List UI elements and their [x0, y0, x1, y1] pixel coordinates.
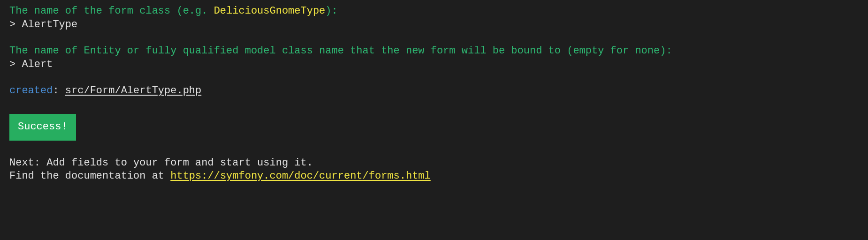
next-prefix: Next: [9, 157, 46, 169]
prompt-form-class: The name of the form class (e.g. Delicio… [9, 5, 859, 18]
input-prefix-1: > [9, 19, 22, 30]
prompt-text-after: ): [325, 5, 337, 17]
success-badge-container: Success! [9, 111, 859, 143]
input-entity-value[interactable]: Alert [22, 59, 53, 70]
spacer [9, 143, 859, 157]
input-prefix-2: > [9, 59, 22, 70]
next-line: Next: Add fields to your form and start … [9, 157, 859, 170]
docs-url[interactable]: https://symfony.com/doc/current/forms.ht… [170, 170, 431, 182]
docs-prefix: Find the documentation at [9, 170, 170, 182]
prompt-entity: The name of Entity or fully qualified mo… [9, 45, 859, 58]
prompt-text-before: The name of the form class (e.g. [9, 5, 214, 17]
created-line: created: src/Form/AlertType.php [9, 84, 859, 98]
created-path: src/Form/AlertType.php [65, 85, 201, 97]
prompt-example: DeliciousGnomeType [214, 5, 326, 17]
created-separator: : [53, 85, 65, 97]
docs-line: Find the documentation at https://symfon… [9, 170, 859, 183]
spacer [9, 98, 859, 111]
input-entity-line: > Alert [9, 58, 859, 72]
input-form-class-value[interactable]: AlertType [22, 19, 77, 30]
input-form-class-line: > AlertType [9, 18, 859, 32]
created-label: created [9, 85, 53, 97]
next-text: Add fields to your form and start using … [46, 157, 313, 169]
spacer [9, 31, 859, 45]
spacer [9, 71, 859, 84]
success-badge: Success! [9, 114, 76, 141]
